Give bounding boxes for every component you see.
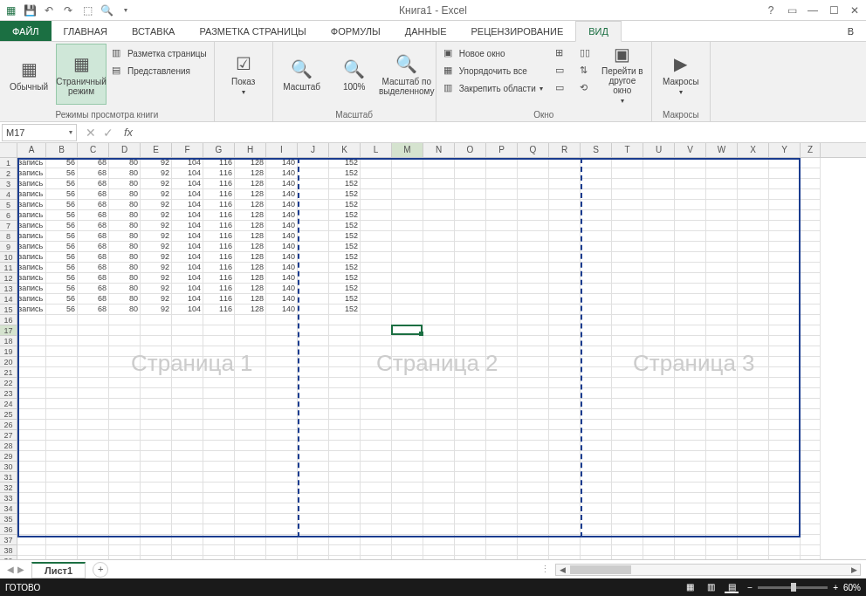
undo-icon[interactable]: ↶ <box>42 3 56 17</box>
row-header[interactable]: 17 <box>0 325 17 336</box>
cancel-formula-icon[interactable]: ✕ <box>86 126 96 140</box>
tab-extra[interactable]: В <box>835 21 866 41</box>
page-break-view-button[interactable]: ▦Страничный режим <box>56 44 107 105</box>
save-icon[interactable]: 💾 <box>23 3 37 17</box>
arrange-all-button[interactable]: ▦Упорядочить все <box>440 63 546 79</box>
row-header[interactable]: 25 <box>0 409 17 420</box>
row-header[interactable]: 36 <box>0 524 17 535</box>
name-box[interactable]: M17▾ <box>2 124 77 141</box>
normal-view-button[interactable]: ▦Обычный <box>3 44 54 105</box>
page-layout-button[interactable]: ▥Разметка страницы <box>108 45 210 61</box>
unhide-button[interactable]: ▭ <box>552 80 571 96</box>
tab-review[interactable]: РЕЦЕНЗИРОВАНИЕ <box>458 21 575 41</box>
hide-button[interactable]: ▭ <box>552 63 571 79</box>
tab-formulas[interactable]: ФОРМУЛЫ <box>319 21 393 41</box>
zoom-in-button[interactable]: + <box>833 583 838 592</box>
zoom-button[interactable]: 🔍Масштаб <box>277 44 327 105</box>
close-icon[interactable]: ✕ <box>849 4 861 17</box>
column-header[interactable]: S <box>581 143 612 157</box>
cells-area[interactable]: запись 156688092104116128140152запись 25… <box>17 158 866 559</box>
sync-scroll-button[interactable]: ⇅ <box>576 63 595 79</box>
column-header[interactable]: A <box>17 143 46 157</box>
scroll-right-icon[interactable]: ▶ <box>848 565 860 574</box>
row-header[interactable]: 1 <box>0 158 17 168</box>
row-header[interactable]: 3 <box>0 179 17 189</box>
add-sheet-button[interactable]: + <box>93 562 108 578</box>
zoom-selection-button[interactable]: 🔍Масштаб по выделенному <box>381 44 432 105</box>
row-header[interactable]: 35 <box>0 514 17 524</box>
formula-input[interactable] <box>136 124 866 141</box>
row-header[interactable]: 18 <box>0 336 17 346</box>
column-header[interactable]: W <box>706 143 738 157</box>
column-header[interactable]: J <box>298 143 329 157</box>
column-header[interactable]: O <box>455 143 486 157</box>
sheet-nav-next-icon[interactable]: ▶ <box>17 565 24 574</box>
tab-file[interactable]: ФАЙЛ <box>0 21 52 41</box>
scroll-left-icon[interactable]: ◀ <box>556 565 568 574</box>
print-preview-icon[interactable]: 🔍 <box>100 3 113 17</box>
row-header[interactable]: 31 <box>0 472 17 483</box>
row-header[interactable]: 33 <box>0 493 17 503</box>
redo-icon[interactable]: ↷ <box>61 3 75 17</box>
row-header[interactable]: 22 <box>0 378 17 388</box>
row-header[interactable]: 28 <box>0 441 17 451</box>
sheet-nav-prev-icon[interactable]: ◀ <box>7 565 14 574</box>
column-header[interactable]: F <box>172 143 203 157</box>
help-icon[interactable]: ? <box>765 4 777 17</box>
row-header[interactable]: 24 <box>0 399 17 409</box>
normal-view-icon[interactable]: ▦ <box>683 582 697 593</box>
zoom-100-button[interactable]: 🔍100% <box>329 44 380 105</box>
column-header[interactable]: N <box>423 143 455 157</box>
scroll-thumb[interactable] <box>570 565 631 574</box>
column-header[interactable]: E <box>141 143 172 157</box>
row-header[interactable]: 32 <box>0 483 17 493</box>
row-header[interactable]: 23 <box>0 388 17 399</box>
row-header[interactable]: 11 <box>0 263 17 273</box>
zoom-out-button[interactable]: − <box>747 583 753 592</box>
column-header[interactable]: P <box>486 143 518 157</box>
column-header[interactable]: H <box>235 143 266 157</box>
page-break-view-icon[interactable]: ▤ <box>725 582 739 593</box>
tab-insert[interactable]: ВСТАВКА <box>120 21 187 41</box>
column-header[interactable]: Q <box>518 143 549 157</box>
column-header[interactable]: L <box>361 143 392 157</box>
zoom-slider[interactable] <box>758 586 828 589</box>
row-header[interactable]: 30 <box>0 462 17 472</box>
column-header[interactable]: C <box>78 143 109 157</box>
freeze-panes-button[interactable]: ▥Закрепить области ▾ <box>440 80 546 96</box>
column-header[interactable]: K <box>329 143 361 157</box>
row-header[interactable]: 20 <box>0 357 17 367</box>
column-header[interactable]: Y <box>769 143 801 157</box>
fx-icon[interactable]: fx <box>120 126 136 139</box>
row-header[interactable]: 8 <box>0 231 17 242</box>
split-button[interactable]: ⊞ <box>552 45 571 61</box>
chevron-down-icon[interactable]: ▾ <box>69 128 72 136</box>
column-header[interactable]: T <box>612 143 643 157</box>
row-header[interactable]: 13 <box>0 284 17 294</box>
horizontal-scrollbar[interactable]: ◀ ▶ <box>555 564 861 576</box>
switch-windows-button[interactable]: ▣Перейти в другое окно▾ <box>597 44 648 105</box>
column-header[interactable]: D <box>109 143 141 157</box>
column-header[interactable]: G <box>203 143 235 157</box>
minimize-icon[interactable]: — <box>807 4 819 17</box>
row-header[interactable]: 39 <box>0 556 17 559</box>
tab-home[interactable]: ГЛАВНАЯ <box>52 21 120 41</box>
show-button[interactable]: ☑Показ▾ <box>218 44 269 105</box>
row-header[interactable]: 7 <box>0 221 17 231</box>
column-header[interactable]: I <box>266 143 298 157</box>
column-header[interactable]: U <box>643 143 675 157</box>
enter-formula-icon[interactable]: ✓ <box>103 126 113 140</box>
row-header[interactable]: 21 <box>0 367 17 378</box>
row-header[interactable]: 19 <box>0 346 17 357</box>
column-header[interactable]: Z <box>801 143 821 157</box>
zoom-thumb[interactable] <box>791 583 796 592</box>
qat-dropdown-icon[interactable]: ▾ <box>119 3 133 17</box>
row-header[interactable]: 15 <box>0 305 17 315</box>
sheet-tab[interactable]: Лист1 <box>31 562 86 578</box>
zoom-level[interactable]: 60% <box>843 583 861 592</box>
column-header[interactable]: B <box>46 143 78 157</box>
select-all-corner[interactable] <box>0 143 17 157</box>
row-header[interactable]: 5 <box>0 200 17 210</box>
new-window-button[interactable]: ▣Новое окно <box>440 45 546 61</box>
column-header[interactable]: X <box>738 143 769 157</box>
